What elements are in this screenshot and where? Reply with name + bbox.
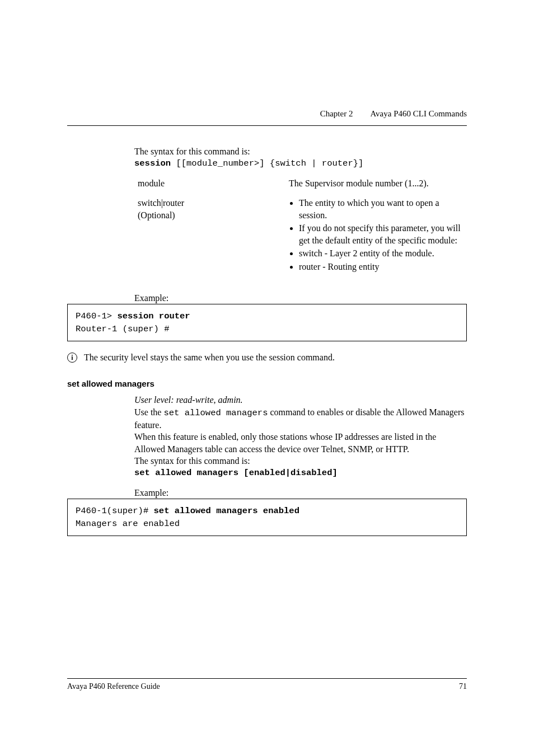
section-heading: set allowed managers (67, 378, 467, 389)
params-table: module The Supervisor module number (1..… (134, 177, 467, 282)
user-level: User level: read-write, admin. (134, 394, 467, 406)
code-prompt: P460-1> (76, 311, 117, 321)
page: Chapter 2 Avaya P460 CLI Commands The sy… (0, 0, 534, 756)
section-desc2: When this feature is enabled, only those… (134, 431, 467, 455)
chapter-label: Chapter 2 (320, 109, 353, 118)
running-header: Chapter 2 Avaya P460 CLI Commands (320, 109, 467, 119)
page-footer: Avaya P460 Reference Guide 71 (67, 678, 467, 691)
list-item: The entity to which you want to open a s… (299, 197, 467, 221)
code-output: Managers are enabled (76, 519, 180, 529)
syntax-intro: The syntax for this command is: (134, 145, 467, 158)
example-label: Example: (134, 292, 467, 304)
code-example: P460-1> session router Router-1 (super) … (67, 304, 467, 341)
syntax-cmd: session (134, 158, 171, 168)
code-cmd: set allowed managers enabled (154, 506, 299, 516)
code-output: Router-1 (super) # (76, 324, 169, 334)
example-label-2: Example: (134, 487, 467, 499)
header-rule (67, 125, 467, 126)
param-desc: The entity to which you want to open a s… (289, 197, 467, 282)
syntax-cmd-2: set allowed managers [enabled|disabled] (134, 467, 467, 479)
list-item: switch - Layer 2 entity of the module. (299, 247, 467, 260)
table-row: switch|router (Optional) The entity to w… (134, 197, 467, 282)
bullet-list: The entity to which you want to open a s… (289, 197, 467, 273)
note-text: The security level stays the same when y… (84, 351, 335, 364)
param-name: module (134, 177, 289, 198)
section-desc: Use the set allowed managers command to … (134, 406, 467, 431)
code-cmd: session router (117, 311, 190, 321)
table-row: module The Supervisor module number (1..… (134, 177, 467, 198)
param-name: switch|router (Optional) (134, 197, 289, 282)
footer-page-number: 71 (459, 682, 467, 691)
main-content: The syntax for this command is: session … (134, 145, 467, 536)
list-item: router - Routing entity (299, 261, 467, 273)
info-note: i The security level stays the same when… (67, 351, 467, 364)
header-title: Avaya P460 CLI Commands (370, 109, 467, 118)
footer-left: Avaya P460 Reference Guide (67, 682, 160, 691)
code-prompt: P460-1(super)# (76, 506, 154, 516)
info-icon: i (67, 353, 77, 363)
code-example-2: P460-1(super)# set allowed managers enab… (67, 499, 467, 536)
syntax-args: [[module_number>] {switch | router}] (171, 158, 363, 168)
syntax-line: session [[module_number>] {switch | rout… (134, 158, 467, 170)
param-desc: The Supervisor module number (1...2). (289, 177, 467, 198)
list-item: If you do not specify this parameter, yo… (299, 222, 467, 246)
syntax-intro-2: The syntax for this command is: (134, 455, 467, 467)
